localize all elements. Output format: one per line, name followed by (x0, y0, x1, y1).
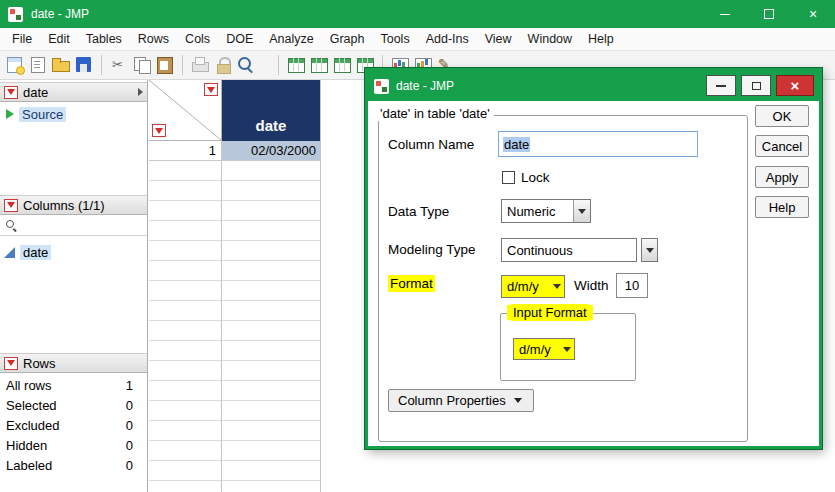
stat-value: 0 (126, 398, 133, 413)
toolbar-separator (182, 55, 183, 75)
paste-icon[interactable] (155, 55, 175, 75)
columns-panel-title: Columns (1/1) (23, 198, 105, 213)
input-format-value: d/m/y (514, 339, 560, 359)
columns-red-triangle-icon[interactable] (204, 83, 218, 96)
dialog-maximize-button[interactable] (741, 75, 771, 96)
stat-label: All rows (6, 378, 52, 393)
stat-label: Labeled (6, 458, 52, 473)
modeling-type-dropdown-button[interactable] (639, 238, 658, 262)
minimize-button[interactable] (703, 0, 747, 28)
width-value: 10 (625, 278, 639, 293)
data-type-label: Data Type (388, 204, 449, 219)
run-script-icon[interactable] (6, 109, 14, 119)
cell-row1-date[interactable]: 02/03/2000 (222, 141, 320, 161)
maximize-icon (764, 9, 774, 19)
lock-checkbox[interactable] (502, 171, 515, 184)
close-icon: × (809, 7, 817, 21)
stat-selected: Selected 0 (0, 395, 147, 415)
cut-icon[interactable] (109, 55, 129, 75)
source-label: Source (19, 107, 66, 122)
format-select[interactable]: d/m/y (501, 275, 565, 298)
table-icon-2[interactable] (309, 55, 329, 75)
format-label: Format (388, 276, 435, 291)
stat-labeled: Labeled 0 (0, 455, 147, 475)
stat-value: 0 (126, 418, 133, 433)
row-header-1[interactable]: 1 (149, 141, 222, 161)
menu-item-cols[interactable]: Cols (177, 29, 218, 49)
table-icon-3[interactable] (332, 55, 352, 75)
menu-item-tables[interactable]: Tables (78, 29, 130, 49)
cancel-button[interactable]: Cancel (755, 135, 809, 157)
grid-corner-cell[interactable] (149, 80, 222, 141)
menu-item-graph[interactable]: Graph (322, 29, 373, 49)
toolbar-separator (101, 55, 102, 75)
menu-item-rows[interactable]: Rows (130, 29, 177, 49)
close-icon: × (791, 77, 800, 94)
input-format-title: Input Format (507, 305, 593, 320)
jmp-app-icon[interactable] (8, 7, 23, 22)
open-folder-icon[interactable] (51, 55, 71, 75)
maximize-button[interactable] (747, 0, 791, 28)
apply-button[interactable]: Apply (755, 166, 809, 188)
width-input[interactable]: 10 (616, 273, 648, 298)
input-format-groupbox: Input Format d/m/y (500, 313, 636, 381)
jmp-app-icon[interactable] (374, 79, 389, 94)
new-data-table-icon[interactable] (5, 55, 25, 75)
menu-bar: File Edit Tables Rows Cols DOE Analyze G… (0, 28, 835, 51)
ok-button[interactable]: OK (755, 105, 809, 127)
rows-red-triangle-icon[interactable] (152, 124, 166, 137)
input-format-title-text: Input Format (511, 304, 589, 321)
window-controls: × (703, 0, 835, 28)
menu-item-file[interactable]: File (4, 29, 40, 49)
save-icon[interactable] (74, 55, 94, 75)
jmp-main-window: date - JMP × File Edit Tables Rows Cols … (0, 0, 835, 492)
menu-item-help[interactable]: Help (580, 29, 622, 49)
red-triangle-menu-icon[interactable] (4, 357, 18, 370)
input-format-select[interactable]: d/m/y (513, 338, 575, 360)
format-value: d/m/y (502, 276, 550, 297)
menu-item-tools[interactable]: Tools (372, 29, 417, 49)
menu-item-edit[interactable]: Edit (40, 29, 78, 49)
chevron-down-icon (573, 200, 590, 222)
print-icon[interactable] (190, 55, 210, 75)
chevron-down-icon (514, 398, 522, 403)
menu-item-view[interactable]: View (477, 29, 520, 49)
lock-icon[interactable] (213, 55, 233, 75)
columns-search-row[interactable] (0, 216, 147, 236)
column-list-item[interactable]: date (0, 242, 147, 262)
rows-panel-header: Rows (0, 353, 147, 373)
copy-icon[interactable] (132, 55, 152, 75)
modeling-type-select[interactable]: Continuous (501, 238, 637, 262)
column-header-label: date (256, 117, 287, 134)
column-properties-label: Column Properties (398, 393, 506, 408)
table-panel-title: date (23, 85, 48, 100)
help-button[interactable]: Help (755, 196, 809, 218)
table-icon-1[interactable] (286, 55, 306, 75)
column-name-input[interactable]: date (498, 131, 698, 157)
grid-vertical-line (320, 80, 321, 492)
zoom-icon[interactable] (236, 55, 256, 75)
new-journal-icon[interactable] (28, 55, 48, 75)
width-label: Width (574, 278, 609, 293)
column-properties-button[interactable]: Column Properties (388, 389, 534, 412)
column-header-date[interactable]: date (222, 80, 320, 141)
data-type-select[interactable]: Numeric (501, 199, 591, 223)
red-triangle-menu-icon[interactable] (4, 86, 18, 99)
red-triangle-menu-icon[interactable] (4, 199, 18, 212)
dialog-title: date - JMP (396, 79, 454, 93)
maximize-icon (752, 82, 761, 90)
dialog-minimize-button[interactable] (706, 75, 736, 96)
menu-item-doe[interactable]: DOE (218, 29, 261, 49)
modeling-type-value: Continuous (502, 239, 636, 261)
menu-item-addins[interactable]: Add-Ins (418, 29, 477, 49)
data-type-value: Numeric (502, 200, 573, 222)
column-name-value: date (503, 137, 530, 152)
close-button[interactable]: × (791, 0, 835, 28)
menu-item-analyze[interactable]: Analyze (261, 29, 321, 49)
source-script-item[interactable]: Source (0, 104, 147, 124)
dialog-titlebar: date - JMP × (368, 71, 819, 101)
continuous-column-icon (4, 247, 15, 258)
collapse-arrow-icon[interactable] (138, 88, 143, 96)
dialog-close-button[interactable]: × (776, 75, 814, 96)
menu-item-window[interactable]: Window (520, 29, 580, 49)
